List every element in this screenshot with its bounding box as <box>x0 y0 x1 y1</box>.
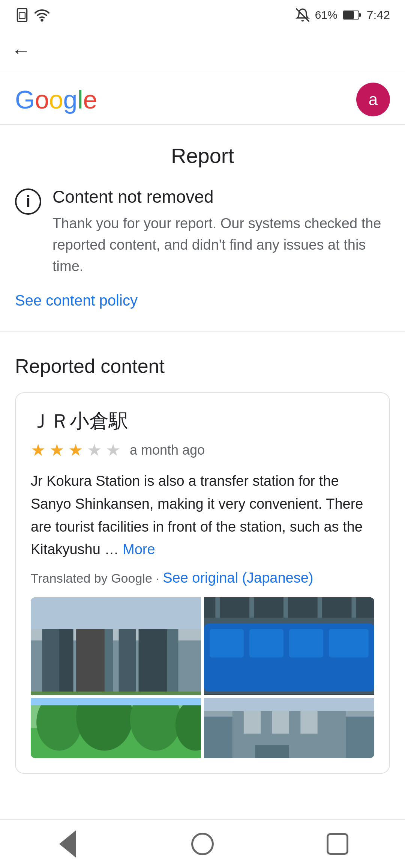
recent-square-icon <box>327 833 348 855</box>
info-icon: i <box>15 188 41 215</box>
section-divider <box>0 332 405 332</box>
svg-rect-15 <box>31 597 201 629</box>
image-train[interactable] <box>204 597 374 695</box>
svg-rect-5 <box>344 11 354 19</box>
logo-o2: o <box>49 85 63 114</box>
svg-rect-46 <box>204 698 374 711</box>
logo-g: G <box>15 85 35 114</box>
see-original-link[interactable]: See original (Japanese) <box>163 570 313 586</box>
reported-content-title: Reported content <box>15 355 390 377</box>
svg-rect-13 <box>139 629 167 695</box>
top-nav: ← <box>0 30 405 71</box>
logo-o1: o <box>35 85 49 114</box>
svg-rect-25 <box>210 629 244 658</box>
image-factory[interactable] <box>31 597 201 695</box>
stars: ★ ★ ★ ★ ★ <box>31 442 122 458</box>
time-ago: a month ago <box>130 442 205 458</box>
page-header: G o o g l e a <box>0 71 405 124</box>
back-triangle-icon <box>59 830 76 857</box>
star-1: ★ <box>31 442 47 458</box>
svg-rect-20 <box>249 597 254 618</box>
status-right: 61% 7:42 <box>296 8 390 22</box>
bottom-nav <box>0 819 405 868</box>
back-button[interactable]: ← <box>11 39 31 62</box>
image-grid <box>31 597 374 758</box>
image-station-2[interactable] <box>204 698 374 758</box>
image-trees[interactable] <box>31 698 201 758</box>
svg-rect-28 <box>329 629 369 658</box>
svg-rect-43 <box>272 711 289 734</box>
svg-rect-21 <box>284 597 288 618</box>
svg-rect-42 <box>244 711 261 734</box>
svg-rect-1 <box>19 13 25 19</box>
svg-rect-44 <box>300 711 317 734</box>
info-content: Content not removed Thank you for your r… <box>52 187 390 277</box>
google-logo: G o o g l e <box>15 85 97 114</box>
svg-rect-26 <box>249 629 284 658</box>
report-title: Report <box>15 143 390 168</box>
sim-icon <box>15 8 29 22</box>
status-left <box>15 8 50 22</box>
report-section: Report i Content not removed Thank you f… <box>0 125 405 324</box>
svg-rect-18 <box>204 597 374 618</box>
svg-rect-9 <box>59 618 74 695</box>
star-3: ★ <box>68 442 85 458</box>
translated-row: Translated by Google · See original (Jap… <box>31 570 374 586</box>
svg-line-2 <box>296 9 309 22</box>
logo-l: l <box>77 85 83 114</box>
svg-rect-16 <box>31 692 201 695</box>
review-card: ＪＲ小倉駅 ★ ★ ★ ★ ★ a month ago Jr Kokura St… <box>15 392 390 774</box>
svg-rect-19 <box>215 597 220 618</box>
battery-icon <box>343 9 362 21</box>
info-body: Thank you for your report. Our systems c… <box>52 213 390 277</box>
reported-content-section: Reported content ＪＲ小倉駅 ★ ★ ★ ★ ★ a month… <box>0 340 405 796</box>
home-nav-button[interactable] <box>188 829 218 859</box>
bell-muted-icon <box>296 8 310 22</box>
svg-rect-38 <box>31 698 201 705</box>
info-block: i Content not removed Thank you for your… <box>15 187 390 277</box>
battery-percent: 61% <box>315 9 338 21</box>
review-text: Jr Kokura Station is also a transfer sta… <box>31 470 374 561</box>
svg-rect-23 <box>351 597 356 618</box>
logo-e: e <box>83 85 98 114</box>
more-link[interactable]: More <box>123 541 155 557</box>
home-circle-icon <box>191 833 214 855</box>
svg-rect-29 <box>204 695 374 695</box>
svg-rect-45 <box>255 745 289 758</box>
see-content-policy-link[interactable]: See content policy <box>15 292 390 309</box>
wifi-icon <box>34 8 50 22</box>
back-nav-button[interactable] <box>52 829 82 859</box>
svg-rect-4 <box>359 13 361 17</box>
status-time: 7:42 <box>367 8 390 22</box>
place-name: ＪＲ小倉駅 <box>31 408 374 434</box>
status-bar: 61% 7:42 <box>0 0 405 30</box>
svg-rect-27 <box>289 629 323 658</box>
info-heading: Content not removed <box>52 187 390 207</box>
star-4: ★ <box>87 442 104 458</box>
star-2: ★ <box>50 442 66 458</box>
logo-g2: g <box>63 85 78 114</box>
star-5: ★ <box>106 442 122 458</box>
recent-nav-button[interactable] <box>322 829 352 859</box>
avatar[interactable]: a <box>356 83 390 116</box>
rating-row: ★ ★ ★ ★ ★ a month ago <box>31 442 374 458</box>
svg-rect-14 <box>167 621 178 695</box>
svg-rect-22 <box>318 597 322 618</box>
